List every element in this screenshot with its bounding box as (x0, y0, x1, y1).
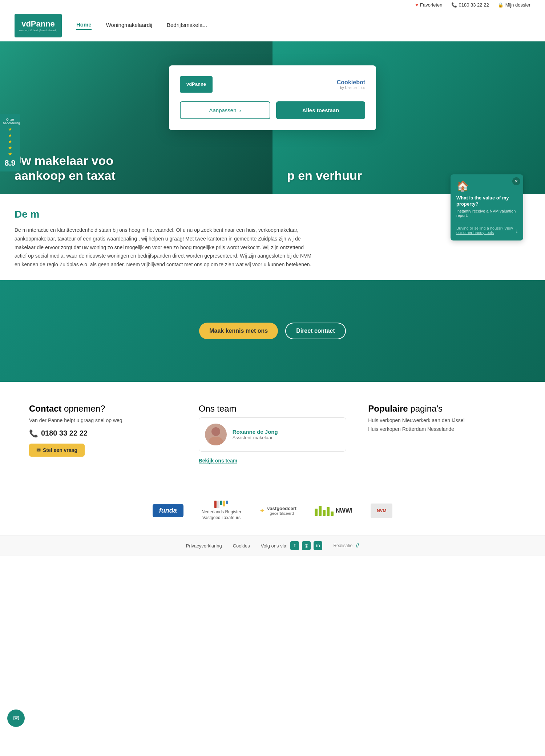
popular-title-bold: Populaire (368, 404, 408, 413)
cookiebot-sub: by Usercentrics (340, 86, 365, 90)
nav-item-woning[interactable]: Woningmakelaardij (106, 22, 152, 29)
contact-subtitle: Van der Panne helpt u graag snel op weg. (29, 417, 177, 423)
svg-point-0 (211, 427, 220, 436)
hero-line1: Jw makelaar voo (15, 154, 113, 167)
property-widget-link[interactable]: Buying or selling a house? View our othe… (456, 222, 517, 235)
nvm-logo-text: NVM (371, 504, 392, 518)
phone-small-icon: 📞 (29, 429, 38, 438)
bottom-section: Contact opnemen? Van der Panne helpt u g… (0, 382, 545, 486)
email-icon-sm: ✉ (36, 447, 41, 453)
popular-title: Populaire pagina's (368, 404, 516, 414)
popular-column: Populaire pagina's Huis verkopen Nieuwer… (368, 404, 516, 464)
logo-subtext: woning- & bedrijfsmakelaardij (19, 29, 57, 32)
contact-title-rest: opnemen? (61, 404, 105, 413)
logo-text: vdPanne (21, 19, 55, 29)
vastgoed-logo: ✦ vastgoedcert gecertificeerd (259, 506, 296, 516)
hero-line2: aankoop en taxat (15, 169, 116, 182)
realisatie-label: Realisatie: (333, 543, 354, 548)
nwwi-logo-content: NWWI (315, 506, 352, 516)
social-label: Volg ons via: (261, 543, 288, 549)
favorites-label: Favorieten (420, 2, 442, 8)
teal-banner: Maak kennis met ons Direct contact (0, 280, 545, 382)
property-widget-close[interactable]: ✕ (512, 177, 520, 185)
property-widget-title: What is the value of my property? (456, 195, 517, 207)
cookies-link[interactable]: Cookies (233, 543, 250, 549)
team-info: Roxanne de Jong Assistent-makelaar (233, 429, 278, 440)
contact-phone: 0180 33 22 22 (41, 429, 88, 437)
vastgoed-logo-text: ✦ vastgoedcert gecertificeerd (259, 506, 296, 516)
header: vdPanne woning- & bedrijfsmakelaardij Ho… (0, 10, 545, 41)
dossier-label: Mijn dossier (505, 2, 530, 8)
rating-stars: ★★★★★ (3, 126, 17, 157)
lock-icon: 🔒 (498, 2, 504, 8)
team-member-name: Roxanne de Jong (233, 429, 278, 435)
privacy-link[interactable]: Privacyverklaring (186, 543, 222, 549)
team-card: Roxanne de Jong Assistent-makelaar (199, 417, 347, 452)
team-member-role: Assistent-makelaar (233, 435, 278, 440)
nwwi-bars (315, 506, 334, 516)
property-link-text: Buying or selling a house? View our othe… (456, 226, 514, 235)
social-links: Volg ons via: f ◎ in (261, 541, 323, 550)
nwwi-text: NWWI (336, 508, 352, 514)
funda-logo-text: funda (153, 504, 183, 517)
popular-title-rest: pagina's (408, 404, 443, 413)
property-widget: ✕ 🏠 What is the value of my property? In… (451, 174, 523, 240)
realisatie: Realisatie: // (333, 542, 359, 549)
nwwi-logo: NWWI (315, 506, 352, 516)
ask-btn-label: Stel een vraag (43, 447, 77, 453)
nl-register-logo: Nederlands RegisterVastgoed Taxateurs (202, 501, 241, 521)
cookiebot-badge: Cookiebot by Usercentrics (337, 79, 365, 90)
nav-item-home[interactable]: Home (76, 21, 92, 30)
footer-links: Privacyverklaring Cookies Volg ons via: … (0, 535, 545, 556)
cookie-adjust-label: Aanpassen (209, 107, 236, 113)
top-bar: ♥ Favorieten 📞 0180 33 22 22 🔒 Mijn doss… (0, 0, 545, 10)
ask-question-button[interactable]: ✉ Stel een vraag (29, 444, 85, 457)
hero-text-right: p en verhuur (287, 168, 362, 183)
property-widget-icon: 🏠 (456, 180, 517, 192)
desc-title: De m (15, 209, 312, 220)
contact-title-bold: Contact (29, 404, 61, 413)
cookie-accept-button[interactable]: Alles toestaan (276, 101, 365, 119)
nav-item-bedrijfs[interactable]: Bedrijfsmakela... (167, 22, 207, 29)
cookie-header: vdPanne Cookiebot by Usercentrics (180, 76, 365, 93)
rating-score: 8.9 (3, 158, 17, 168)
instagram-icon[interactable]: ◎ (302, 541, 311, 550)
contact-phone-row: 📞 0180 33 22 22 (29, 429, 177, 438)
facebook-icon[interactable]: f (290, 541, 299, 550)
team-avatar (205, 424, 227, 445)
desc-body: De m interactie en klanttevredenheid sta… (15, 226, 312, 269)
team-column: Ons team Roxanne de Jong Assistent-makel… (199, 404, 347, 464)
cookie-buttons: Aanpassen › Alles toestaan (180, 101, 365, 119)
property-widget-subtitle: Instantly receive a NVM valuation report… (456, 209, 517, 218)
cookie-logo: vdPanne (180, 76, 213, 93)
direct-contact-button[interactable]: Direct contact (285, 323, 346, 339)
cookie-adjust-button[interactable]: Aanpassen › (180, 101, 270, 119)
main-nav: Home Woningmakelaardij Bedrijfsmakela... (76, 21, 207, 30)
linkedin-icon[interactable]: in (314, 541, 322, 550)
view-team-link[interactable]: Bekijk ons team (199, 458, 238, 464)
phone-number: 0180 33 22 22 (459, 2, 489, 8)
meet-us-button[interactable]: Maak kennis met ons (199, 323, 278, 339)
phone-icon: 📞 (451, 2, 457, 8)
arrow-right-icon: › (516, 228, 517, 233)
favorites-link[interactable]: ♥ Favorieten (415, 2, 442, 8)
email-fab-button[interactable]: ✉ (7, 709, 25, 727)
hero-text: Jw makelaar voo aankoop en taxat (15, 153, 116, 183)
cookie-modal: vdPanne Cookiebot by Usercentrics Aanpas… (169, 65, 376, 130)
rating-label: Onze beoordeling (3, 118, 17, 125)
realisatie-icon: // (356, 542, 359, 549)
popular-link-2[interactable]: Huis verkopen Rotterdam Nesselande (368, 426, 516, 432)
phone-link[interactable]: 📞 0180 33 22 22 (451, 2, 489, 8)
logo[interactable]: vdPanne woning- & bedrijfsmakelaardij (15, 14, 62, 37)
popular-link-1[interactable]: Huis verkopen Nieuwerkerk aan den IJssel (368, 417, 516, 423)
hero-text-right-span: p en verhuur (287, 169, 362, 182)
rating-bubble: Onze beoordeling ★★★★★ 8.9 (0, 114, 20, 171)
svg-point-1 (209, 437, 223, 445)
dossier-link[interactable]: 🔒 Mijn dossier (498, 2, 530, 8)
cookiebot-name: Cookiebot (337, 79, 365, 86)
nvm-logo: NVM (371, 504, 392, 518)
teal-banner-content: Maak kennis met ons Direct contact (199, 323, 346, 339)
nl-register-text: Nederlands RegisterVastgoed Taxateurs (202, 509, 241, 521)
description-section: De m De m interactie en klanttevredenhei… (0, 194, 327, 280)
chevron-right-icon: › (239, 107, 241, 113)
